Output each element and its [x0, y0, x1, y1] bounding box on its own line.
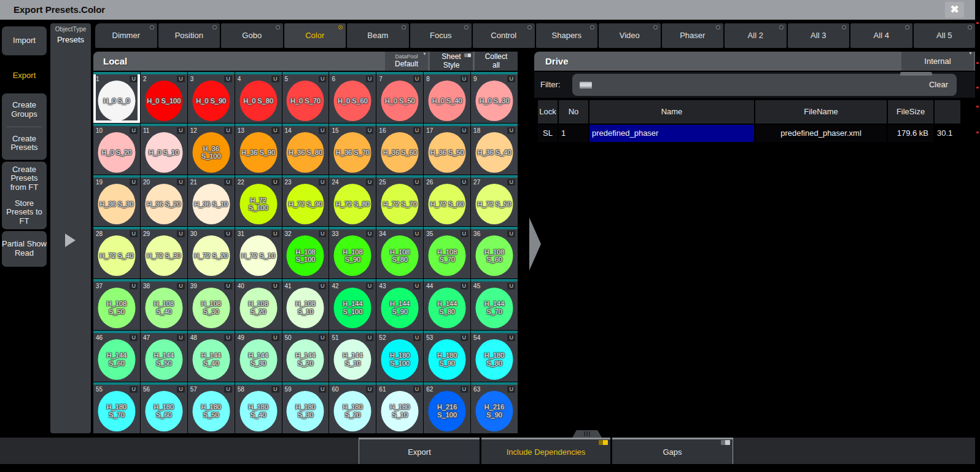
create-presets-button[interactable]: Create Presets: [2, 127, 47, 160]
col-header-filesize[interactable]: FileSize: [888, 100, 933, 124]
preset-cell-43[interactable]: 43UH_144 S_90: [376, 279, 423, 330]
cell-extra[interactable]: 30.1: [935, 125, 960, 142]
tab-all-2[interactable]: All 2: [725, 23, 787, 48]
preset-cell-41[interactable]: 41UH_108 S_10: [282, 279, 329, 330]
close-icon[interactable]: ✖: [945, 2, 964, 18]
object-type-panel[interactable]: ObjectType Presets: [50, 23, 91, 433]
preset-cell-7[interactable]: 7UH_0 S_50: [376, 72, 423, 123]
preset-cell-18[interactable]: 18UH_36 S_40: [471, 124, 518, 175]
preset-cell-13[interactable]: 13UH_36 S_90: [235, 124, 282, 175]
preset-cell-45[interactable]: 45UH_144 S_70: [471, 279, 518, 330]
preset-cell-38[interactable]: 38UH_108 S_40: [141, 279, 187, 330]
col-header-extra[interactable]: [935, 100, 960, 124]
tab-control[interactable]: Control: [473, 23, 535, 48]
keyboard-icon[interactable]: [580, 82, 592, 88]
table-row[interactable]: SL 1 predefined_phaser predefined_phaser…: [538, 125, 962, 142]
preset-cell-49[interactable]: 49UH_144 S_30: [235, 331, 282, 382]
preset-cell-28[interactable]: 28UH_72 S_40: [93, 227, 140, 278]
preset-cell-17[interactable]: 17UH_36 S_50: [424, 124, 470, 175]
preset-cell-23[interactable]: 23UH_72 S_90: [282, 175, 329, 226]
preset-cell-24[interactable]: 24UH_72 S_80: [329, 175, 376, 226]
expand-arrow-icon[interactable]: [65, 234, 76, 247]
preset-cell-30[interactable]: 30UH_72 S_20: [188, 227, 235, 278]
preset-cell-59[interactable]: 59UH_180 S_30: [282, 382, 329, 433]
preset-cell-4[interactable]: 4UH_0 S_80: [235, 72, 282, 123]
preset-cell-44[interactable]: 44UH_144 S_80: [424, 279, 470, 330]
preset-cell-62[interactable]: 62UH_216 S_100: [424, 382, 470, 433]
preset-cell-35[interactable]: 35UH_108 S_70: [424, 227, 470, 278]
preset-cell-60[interactable]: 60UH_180 S_20: [329, 382, 376, 433]
tab-all-5[interactable]: All 5: [914, 23, 976, 48]
preset-cell-46[interactable]: 46UH_144 S_60: [93, 331, 140, 382]
preset-cell-5[interactable]: 5UH_0 S_70: [282, 72, 329, 123]
preset-cell-11[interactable]: 11UH_0 S_10: [141, 124, 187, 175]
cell-filename[interactable]: predefined_phaser.xml: [755, 125, 887, 142]
preset-cell-31[interactable]: 31UH_72 S_10: [235, 227, 282, 278]
tab-video[interactable]: Video: [599, 23, 661, 48]
tab-focus[interactable]: Focus: [410, 23, 472, 48]
col-header-filename[interactable]: FileName: [755, 100, 887, 124]
import-button[interactable]: Import: [2, 26, 47, 55]
tab-phaser[interactable]: Phaser: [662, 23, 724, 48]
preset-cell-6[interactable]: 6UH_0 S_60: [329, 72, 376, 123]
filter-input[interactable]: Clear: [572, 74, 957, 96]
include-dependencies-toggle[interactable]: Include Dependencies: [481, 438, 610, 464]
preset-cell-21[interactable]: 21UH_36 S_10: [188, 175, 235, 226]
drag-handle-icon[interactable]: [572, 430, 602, 438]
partial-show-read-button[interactable]: Partial Show Read: [2, 231, 47, 267]
tab-shapers[interactable]: Shapers: [536, 23, 598, 48]
export-action-button[interactable]: Export: [359, 438, 480, 464]
preset-cell-32[interactable]: 32UH_108 S_100: [282, 227, 329, 278]
preset-cell-33[interactable]: 33UH_108 S_90: [329, 227, 376, 278]
preset-cell-51[interactable]: 51UH_144 S_10: [329, 331, 376, 382]
export-nav-button[interactable]: Export: [2, 63, 47, 87]
preset-cell-19[interactable]: 19UH_36 S_30: [93, 175, 140, 226]
preset-cell-52[interactable]: 52UH_180 S_100: [376, 331, 423, 382]
create-groups-button[interactable]: Create Groups: [2, 93, 47, 127]
preset-cell-9[interactable]: 9UH_0 S_30: [471, 72, 518, 123]
preset-cell-57[interactable]: 57UH_180 S_50: [188, 382, 235, 433]
datapool-selector[interactable]: DataPool Default ▼: [385, 52, 428, 71]
preset-cell-10[interactable]: 10UH_0 S_20: [93, 124, 140, 175]
tab-all-4[interactable]: All 4: [850, 23, 912, 48]
preset-cell-53[interactable]: 53UH_180 S_90: [424, 331, 470, 382]
tab-beam[interactable]: Beam: [347, 23, 409, 48]
preset-cell-50[interactable]: 50UH_144 S_20: [282, 331, 329, 382]
col-header-no[interactable]: No: [559, 100, 588, 124]
preset-cell-16[interactable]: 16UH_36 S_60: [376, 124, 423, 175]
tab-all-3[interactable]: All 3: [788, 23, 850, 48]
cell-name-selected[interactable]: predefined_phaser: [589, 125, 754, 142]
preset-cell-55[interactable]: 55UH_180 S_70: [93, 382, 140, 433]
cell-no[interactable]: 1: [559, 125, 588, 142]
preset-cell-2[interactable]: 2UH_0 S_100: [141, 72, 187, 123]
cell-lock[interactable]: SL: [538, 125, 558, 142]
tab-position[interactable]: Position: [158, 23, 220, 48]
gaps-toggle[interactable]: Gaps: [612, 438, 733, 464]
col-header-name[interactable]: Name: [589, 100, 754, 124]
preset-cell-63[interactable]: 63UH_216 S_90: [471, 382, 518, 433]
preset-cell-61[interactable]: 61UH_180 S_10: [376, 382, 423, 433]
preset-cell-1[interactable]: 1UH_0 S_0: [93, 72, 140, 123]
preset-cell-12[interactable]: 12UH_36 S_100: [188, 124, 235, 175]
preset-cell-3[interactable]: 3UH_0 S_90: [188, 72, 235, 123]
tab-dimmer[interactable]: Dimmer: [95, 23, 157, 48]
preset-cell-58[interactable]: 58UH_180 S_40: [235, 382, 282, 433]
preset-cell-22[interactable]: 22UH_72 S_100: [235, 175, 282, 226]
preset-cell-47[interactable]: 47UH_144 S_50: [141, 331, 187, 382]
preset-cell-39[interactable]: 39UH_108 S_30: [188, 279, 235, 330]
preset-cell-15[interactable]: 15UH_36 S_70: [329, 124, 376, 175]
collect-all-button[interactable]: Collect all: [475, 52, 518, 71]
store-presets-to-ft-button[interactable]: Store Presets to FT: [2, 195, 47, 229]
tab-gobo[interactable]: Gobo: [221, 23, 283, 48]
titlebar[interactable]: Export Presets.Color: [0, 0, 975, 20]
preset-cell-25[interactable]: 25UH_72 S_70: [376, 175, 423, 226]
preset-cell-40[interactable]: 40UH_108 S_20: [235, 279, 282, 330]
preset-cell-14[interactable]: 14UH_36 S_80: [282, 124, 329, 175]
preset-cell-26[interactable]: 26UH_72 S_60: [424, 175, 470, 226]
tab-color[interactable]: Color: [284, 23, 346, 48]
preset-cell-27[interactable]: 27UH_72 S_50: [471, 175, 518, 226]
col-header-lock[interactable]: Lock: [538, 100, 558, 124]
preset-cell-34[interactable]: 34UH_108 S_80: [376, 227, 423, 278]
preset-cell-37[interactable]: 37UH_108 S_50: [93, 279, 140, 330]
preset-cell-8[interactable]: 8UH_0 S_40: [424, 72, 470, 123]
